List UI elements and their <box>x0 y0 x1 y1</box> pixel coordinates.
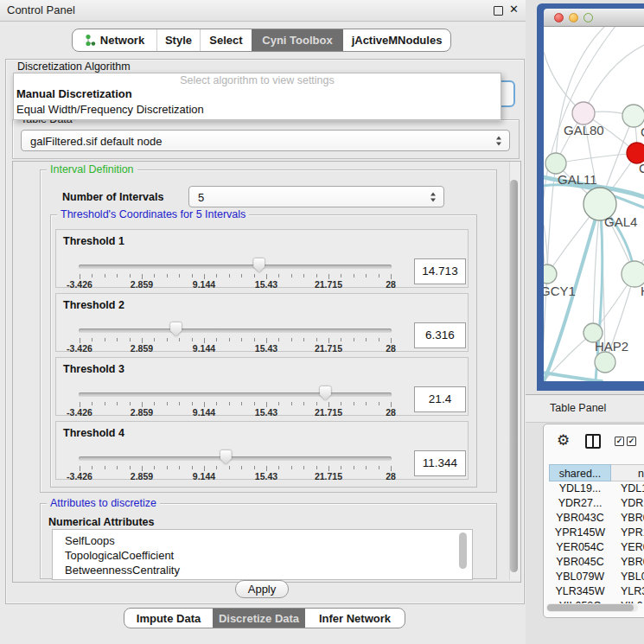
table-row[interactable]: YBR045CYBR0 <box>544 556 644 571</box>
table-row[interactable]: YBL079WYBL0 <box>544 571 644 585</box>
threshold-value-field[interactable]: 21.4 <box>414 386 466 412</box>
threshold-value-field[interactable]: 6.316 <box>414 322 466 348</box>
node-gal80[interactable] <box>572 102 595 124</box>
slider-track[interactable] <box>79 392 392 397</box>
dropdown-option[interactable]: Equal Width/Frequency Discretization <box>16 103 204 116</box>
slider-tick <box>341 338 341 341</box>
tab-cyni-toolbox[interactable]: Cyni Toolbox <box>252 29 343 51</box>
slider-tick-label: 28 <box>367 471 415 481</box>
dropdown-option[interactable]: Manual Discretization <box>16 87 132 100</box>
slider-thumb[interactable] <box>320 386 331 400</box>
cell-shared-name[interactable]: YBR045C <box>549 556 611 568</box>
checkbox-icon[interactable]: ✓ <box>615 437 624 446</box>
network-canvas[interactable]: GAL80GCGAL11GAL4GCY1HHAP2 <box>544 27 644 381</box>
slider-tick <box>254 466 255 469</box>
attributes-list-scrollbar-thumb[interactable] <box>459 532 467 569</box>
slider-tick <box>216 466 217 469</box>
checkbox-icon[interactable]: ✓ <box>627 437 636 446</box>
slider-thumb[interactable] <box>220 450 232 464</box>
slider-tick <box>316 402 317 405</box>
cell-shared-name[interactable]: YDR27... <box>549 497 611 509</box>
node-label: H <box>641 284 644 298</box>
attribute-list-item[interactable]: TopologicalCoefficient <box>53 548 472 563</box>
cell-shared-name[interactable]: YPR145W <box>549 526 611 539</box>
tab-jactivemnodules[interactable]: jActiveMNodules <box>343 29 450 51</box>
slider-tick <box>130 274 131 277</box>
vertical-scrollbar-thumb[interactable] <box>510 180 518 572</box>
slider-track[interactable] <box>79 328 392 333</box>
attribute-list-item[interactable]: BetweennessCentrality <box>53 563 472 577</box>
horizontal-scrollbar-thumb[interactable] <box>547 604 634 611</box>
column-header-name[interactable]: na <box>611 464 644 481</box>
threshold-panel: Threshold 2-3.4262.8599.14415.4321.71528… <box>55 293 469 352</box>
table-row[interactable]: YLR345WYLR3 <box>544 585 644 600</box>
cell-shared-name[interactable]: YBR043C <box>549 512 611 524</box>
node-gal11[interactable] <box>545 153 566 174</box>
network-edge <box>583 45 644 113</box>
tab-infer-network[interactable]: Infer Network <box>305 609 405 628</box>
table-row[interactable]: YER054CYER0 <box>544 541 644 556</box>
apply-button[interactable]: Apply <box>235 580 289 598</box>
cell-name[interactable]: YBR0 <box>621 556 644 568</box>
cell-name[interactable]: YLR3 <box>621 585 644 597</box>
node-gcy1[interactable] <box>544 265 557 284</box>
slider-tick <box>130 338 131 341</box>
cell-shared-name[interactable]: YLR345W <box>549 585 611 597</box>
cell-name[interactable]: YBL0 <box>621 571 644 583</box>
tab-network[interactable]: Network <box>73 29 156 51</box>
slider-track[interactable] <box>79 456 392 461</box>
slider-tick-label: 21.715 <box>304 407 353 418</box>
tab-impute-data[interactable]: Impute Data <box>124 609 213 628</box>
number-of-intervals-combo[interactable]: 5 <box>188 186 444 207</box>
threshold-panel: Threshold 3-3.4262.8599.14415.4321.71528… <box>55 357 469 416</box>
tab-discretize-data[interactable]: Discretize Data <box>213 609 305 628</box>
node-bottom[interactable] <box>595 352 615 373</box>
column-header-shared[interactable]: shared... <box>549 464 611 481</box>
table-data-combo[interactable]: galFiltered.sif default node <box>21 130 510 151</box>
slider-tick-label: -3.426 <box>55 471 104 481</box>
cell-name[interactable]: YER0 <box>621 541 644 553</box>
float-window-icon[interactable] <box>494 6 503 16</box>
minimize-traffic-light[interactable] <box>569 13 578 22</box>
slider-tick <box>105 274 105 277</box>
cell-shared-name[interactable]: YDL19... <box>549 482 611 494</box>
table-panel-titlebar: Table Panel <box>526 394 644 423</box>
number-of-intervals-label: Number of Intervals <box>62 191 163 203</box>
slider-tick <box>303 338 304 341</box>
slider-tick <box>291 338 292 341</box>
zoom-traffic-light[interactable] <box>583 13 593 22</box>
cell-name[interactable]: YDL1 <box>621 482 644 494</box>
cell-name[interactable]: YPR1 <box>621 526 644 539</box>
cell-shared-name[interactable]: YER054C <box>549 541 611 553</box>
slider-thumb[interactable] <box>170 322 182 336</box>
slider-tick <box>229 274 230 277</box>
table-row[interactable]: YPR145WYPR1 <box>544 526 644 541</box>
cell-name[interactable]: YBR0 <box>621 512 644 524</box>
tab-style[interactable]: Style <box>156 29 200 51</box>
table-row[interactable]: YDR27...YDR2 <box>544 497 644 512</box>
split-columns-icon[interactable] <box>585 434 601 449</box>
slider-tick <box>229 466 230 469</box>
cell-name[interactable]: YDR2 <box>621 497 644 509</box>
slider-tick <box>379 466 379 469</box>
slider-tick <box>241 402 242 405</box>
control-panel-titlebar: Control Panel ✕ <box>0 0 526 22</box>
close-traffic-light[interactable] <box>554 13 564 22</box>
node-label: GCY1 <box>544 284 576 298</box>
table-row[interactable]: YDL19...YDL1 <box>544 482 644 497</box>
attribute-list-item[interactable]: SelfLoops <box>53 533 472 548</box>
slider-track[interactable] <box>79 265 392 269</box>
numerical-attributes-list[interactable]: SelfLoopsTopologicalCoefficientBetweenne… <box>52 529 473 580</box>
gear-icon[interactable]: ⚙ <box>557 431 570 449</box>
threshold-value-field[interactable]: 14.713 <box>414 258 466 284</box>
table-row[interactable]: YBR043CYBR0 <box>544 512 644 526</box>
slider-tick <box>229 338 230 341</box>
cell-shared-name[interactable]: YBL079W <box>549 571 611 583</box>
threshold-value-field[interactable]: 11.344 <box>414 450 466 476</box>
table-panel-body: ⚙ ✓ ✓ shared... na YDL19...YDL1YDR27...Y… <box>543 424 644 618</box>
tab-select[interactable]: Select <box>200 29 252 51</box>
close-icon[interactable]: ✕ <box>509 3 519 16</box>
slider-tick <box>167 466 168 469</box>
slider-thumb[interactable] <box>253 258 265 272</box>
main-tab-bar: NetworkStyleSelectCyni ToolboxjActiveMNo… <box>72 29 451 52</box>
